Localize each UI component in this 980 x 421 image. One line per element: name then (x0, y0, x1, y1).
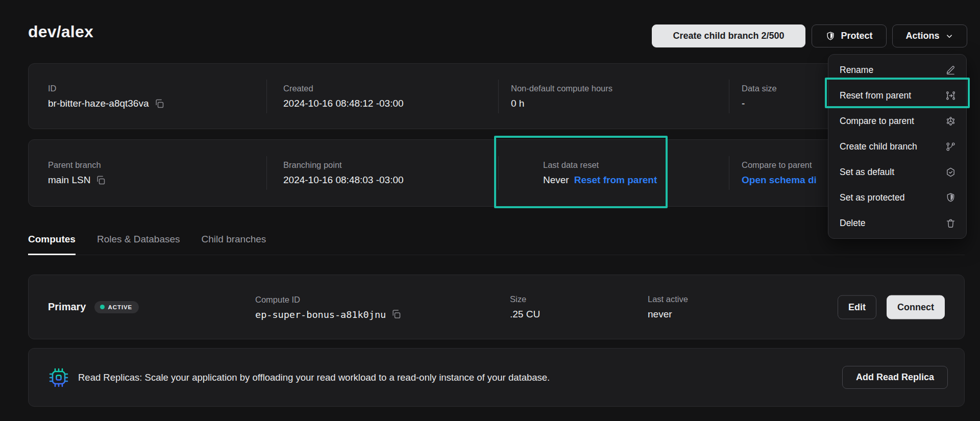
compute-id-label: Compute ID (255, 294, 401, 304)
create-child-branch-button[interactable]: Create child branch 2/500 (652, 24, 805, 47)
compute-hours-label: Non-default compute hours (511, 84, 612, 93)
active-status-dot (100, 305, 105, 309)
created-value: 2024-10-16 08:48:12 -03:00 (283, 98, 404, 109)
divider (729, 156, 729, 190)
compute-id-cell: Compute ID ep-super-bonus-a81k0jnu (255, 294, 401, 319)
shield-icon (945, 192, 956, 203)
cpu-chip-icon (48, 367, 69, 388)
add-read-replica-button[interactable]: Add Read Replica (842, 366, 948, 389)
actions-button[interactable]: Actions (892, 24, 967, 47)
branch-info-card: ID br-bitter-haze-a8qt36va Created 2024-… (28, 63, 965, 129)
copy-icon[interactable] (154, 98, 164, 109)
menu-item-create-child-branch[interactable]: Create child branch (828, 134, 966, 159)
divider (498, 80, 499, 113)
page-title: dev/alex (28, 22, 93, 41)
annotation-box-reset-from-parent-item (825, 78, 970, 108)
status-badge-label: ACTIVE (108, 304, 133, 310)
divider (266, 156, 267, 190)
menu-item-delete[interactable]: Delete (828, 210, 966, 236)
read-replicas-description: Read Replicas: Scale your application by… (78, 372, 834, 383)
pencil-line-icon (945, 65, 956, 76)
menu-item-set-as-default[interactable]: Set as default (828, 159, 966, 185)
data-size-value: - (742, 98, 745, 109)
branch-id-value: br-bitter-haze-a8qt36va (48, 98, 149, 109)
divider (266, 80, 267, 113)
size-label: Size (510, 294, 540, 304)
annotation-box-last-data-reset (494, 136, 668, 208)
branch-id-label: ID (48, 84, 164, 93)
branching-point-cell: Branching point 2024-10-16 08:48:03 -03:… (283, 160, 404, 186)
divider (729, 80, 729, 113)
status-badge: ACTIVE (94, 301, 139, 313)
last-active-value: never (648, 309, 672, 320)
menu-item-set-as-protected[interactable]: Set as protected (828, 185, 966, 210)
compute-name: Primary (48, 301, 86, 313)
branch-id-cell: ID br-bitter-haze-a8qt36va (48, 84, 164, 109)
last-active-label: Last active (648, 294, 688, 304)
trash-icon (945, 218, 956, 229)
compare-to-parent-cell: Compare to parent Open schema di (742, 160, 817, 186)
create-child-branch-label: Create child branch 2/500 (673, 31, 784, 41)
menu-item-create-child-branch-label: Create child branch (840, 141, 917, 152)
menu-item-compare-to-parent-label: Compare to parent (840, 116, 914, 127)
open-schema-diff-link[interactable]: Open schema di (742, 175, 817, 186)
compute-hours-cell: Non-default compute hours 0 h (511, 84, 612, 109)
compare-to-parent-label: Compare to parent (742, 160, 817, 170)
branching-point-label: Branching point (283, 160, 404, 170)
menu-item-set-as-protected-label: Set as protected (840, 192, 904, 203)
last-active-cell: Last active never (648, 294, 688, 320)
tab-roles-databases[interactable]: Roles & Databases (97, 234, 180, 255)
connect-button[interactable]: Connect (887, 295, 945, 319)
protect-label: Protect (841, 31, 872, 41)
size-cell: Size .25 CU (510, 294, 540, 320)
parent-branch-label: Parent branch (48, 160, 106, 170)
copy-icon[interactable] (391, 309, 401, 319)
menu-item-set-as-default-label: Set as default (840, 167, 894, 178)
branching-point-value: 2024-10-16 08:48:03 -03:00 (283, 175, 404, 186)
edit-button[interactable]: Edit (838, 295, 876, 319)
copy-icon[interactable] (95, 175, 106, 185)
actions-label: Actions (905, 31, 939, 41)
badge-check-icon (945, 167, 956, 178)
compute-hours-value: 0 h (511, 98, 524, 109)
created-cell: Created 2024-10-16 08:48:12 -03:00 (283, 84, 404, 109)
created-label: Created (283, 84, 404, 93)
data-size-label: Data size (742, 84, 777, 93)
size-value: .25 CU (510, 309, 540, 320)
parent-branch-value: main LSN (48, 175, 90, 186)
protect-button[interactable]: Protect (812, 24, 887, 47)
compute-id-value: ep-super-bonus-a81k0jnu (255, 309, 386, 319)
tab-computes[interactable]: Computes (28, 234, 76, 255)
chevron-down-icon (945, 32, 954, 41)
parent-branch-cell: Parent branch main LSN (48, 160, 106, 186)
read-replicas-card: Read Replicas: Scale your application by… (28, 348, 965, 407)
menu-item-delete-label: Delete (840, 218, 866, 229)
data-size-cell: Data size - (742, 84, 777, 109)
compute-row-card: Primary ACTIVE Compute ID ep-super-bonus… (28, 275, 965, 339)
menu-item-rename-label: Rename (840, 65, 873, 76)
menu-item-compare-to-parent[interactable]: Compare to parent (828, 108, 966, 134)
tab-bar: Computes Roles & Databases Child branche… (28, 234, 965, 255)
shield-icon (825, 31, 836, 41)
schema-compare-icon (945, 116, 956, 127)
git-branch-icon (945, 141, 956, 152)
tab-child-branches[interactable]: Child branches (202, 234, 266, 255)
